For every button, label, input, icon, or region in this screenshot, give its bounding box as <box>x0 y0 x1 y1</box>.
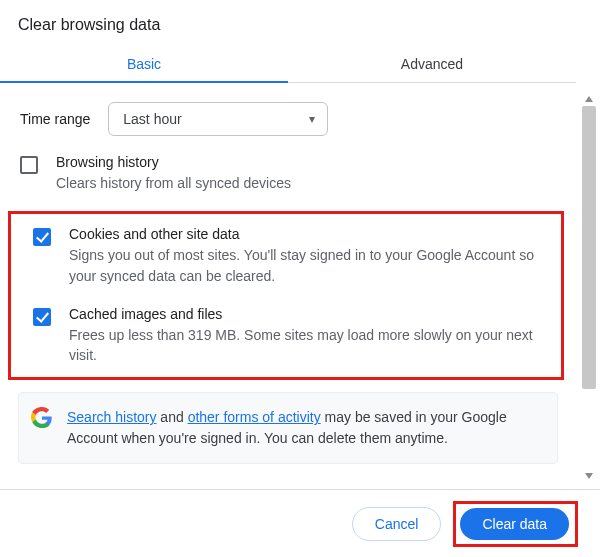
dialog-body: Time range Last hour ▾ Browsing history … <box>0 86 600 489</box>
time-range-label: Time range <box>20 111 90 127</box>
option-desc: Clears history from all synced devices <box>56 173 291 193</box>
option-title: Browsing history <box>56 154 291 170</box>
link-other-activity[interactable]: other forms of activity <box>188 409 321 425</box>
option-title: Cookies and other site data <box>69 226 549 242</box>
checkbox-browsing-history[interactable] <box>20 156 38 174</box>
google-account-notice: Search history and other forms of activi… <box>18 392 558 464</box>
highlight-annotation: Cookies and other site data Signs you ou… <box>8 211 564 380</box>
caret-down-icon: ▾ <box>309 112 315 126</box>
option-text: Cached images and files Frees up less th… <box>69 306 549 366</box>
link-search-history[interactable]: Search history <box>67 409 156 425</box>
dialog-title: Clear browsing data <box>18 16 582 34</box>
tab-advanced[interactable]: Advanced <box>288 44 576 82</box>
scroll-down-icon[interactable] <box>582 469 596 483</box>
tab-basic[interactable]: Basic <box>0 44 288 82</box>
clear-browsing-data-dialog: Clear browsing data Basic Advanced Time … <box>0 0 600 557</box>
scrollbar[interactable] <box>582 92 596 483</box>
tab-label: Basic <box>127 56 161 72</box>
notice-mid: and <box>156 409 187 425</box>
option-text: Cookies and other site data Signs you ou… <box>69 226 549 286</box>
option-desc: Frees up less than 319 MB. Some sites ma… <box>69 325 549 366</box>
cancel-button[interactable]: Cancel <box>352 507 442 541</box>
option-cached: Cached images and files Frees up less th… <box>13 296 559 376</box>
option-cookies: Cookies and other site data Signs you ou… <box>13 216 559 296</box>
dialog-footer: Cancel Clear data <box>0 489 600 557</box>
option-desc: Signs you out of most sites. You'll stay… <box>69 245 549 286</box>
tabs: Basic Advanced <box>0 44 576 83</box>
scroll-up-icon[interactable] <box>582 92 596 106</box>
option-browsing-history: Browsing history Clears history from all… <box>0 144 576 203</box>
checkbox-cookies[interactable] <box>33 228 51 246</box>
notice-text: Search history and other forms of activi… <box>67 407 545 449</box>
clear-data-button[interactable]: Clear data <box>460 508 569 540</box>
option-text: Browsing history Clears history from all… <box>56 154 291 193</box>
tab-label: Advanced <box>401 56 463 72</box>
google-logo-icon <box>31 407 53 429</box>
dialog-header: Clear browsing data <box>0 0 600 44</box>
scrollbar-thumb[interactable] <box>582 106 596 389</box>
time-range-select[interactable]: Last hour ▾ <box>108 102 328 136</box>
time-range-row: Time range Last hour ▾ <box>0 86 576 144</box>
option-title: Cached images and files <box>69 306 549 322</box>
checkbox-cached[interactable] <box>33 308 51 326</box>
scrollbar-track[interactable] <box>582 106 596 469</box>
time-range-value: Last hour <box>123 111 181 127</box>
highlight-annotation: Clear data <box>453 501 578 547</box>
